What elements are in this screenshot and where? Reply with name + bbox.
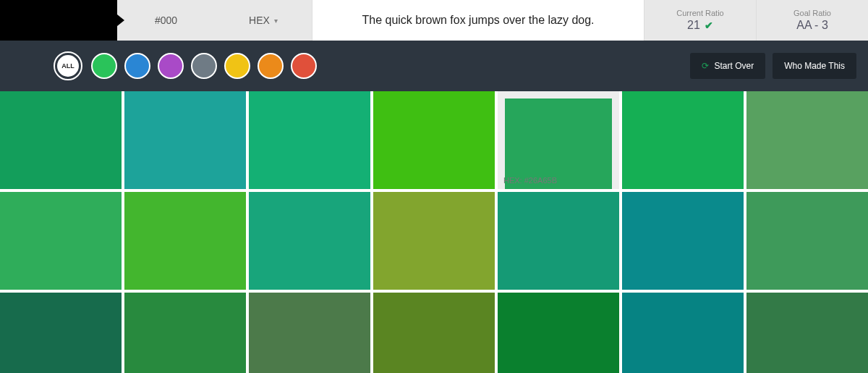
goal-ratio-panel[interactable]: Goal Ratio AA - 3 — [756, 0, 868, 41]
format-select[interactable]: HEX ▾ — [215, 0, 312, 41]
color-swatch[interactable] — [0, 293, 122, 373]
color-swatch[interactable] — [498, 192, 619, 290]
color-swatch[interactable] — [0, 91, 122, 189]
hex-value: #000 — [155, 14, 177, 26]
filter-dot-5[interactable] — [258, 53, 284, 79]
who-made-label: Who Made This — [784, 61, 845, 71]
color-swatch[interactable] — [0, 192, 122, 290]
color-swatch[interactable] — [498, 293, 619, 373]
color-swatch[interactable] — [124, 192, 246, 290]
filter-bar: ALL ⟳ Start Over Who Made This — [0, 41, 868, 91]
filter-dot-3[interactable] — [191, 53, 217, 79]
color-swatch[interactable] — [124, 91, 246, 189]
goal-ratio-label: Goal Ratio — [793, 9, 831, 17]
color-preview-swatch[interactable] — [0, 0, 117, 41]
color-swatch[interactable] — [249, 91, 370, 189]
format-label: HEX — [249, 14, 270, 26]
color-swatch[interactable] — [249, 192, 370, 290]
color-swatch[interactable] — [746, 293, 868, 373]
filter-dot-0[interactable] — [91, 53, 117, 79]
filter-dot-6[interactable] — [291, 53, 317, 79]
top-toolbar: #000 HEX ▾ The quick brown fox jumps ove… — [0, 0, 868, 41]
filter-dot-1[interactable] — [124, 53, 150, 79]
filter-all-button[interactable]: ALL — [55, 53, 81, 79]
color-swatch[interactable] — [746, 91, 868, 189]
color-swatch[interactable] — [249, 293, 370, 373]
check-icon: ✔ — [705, 20, 713, 31]
sample-text: The quick brown fox jumps over the lazy … — [362, 14, 594, 27]
swatch-hex-label: HEX: #26A65B — [503, 176, 557, 185]
goal-ratio-value: AA - 3 — [796, 19, 828, 32]
hex-input[interactable]: #000 — [117, 0, 215, 41]
start-over-label: Start Over — [715, 61, 754, 71]
filter-all-label: ALL — [61, 62, 75, 70]
start-over-button[interactable]: ⟳ Start Over — [690, 53, 766, 79]
color-swatch[interactable]: HEX: #26A65B — [498, 91, 619, 189]
color-grid: HEX: #26A65B — [0, 91, 868, 373]
refresh-icon: ⟳ — [702, 61, 709, 71]
color-swatch[interactable] — [373, 192, 495, 290]
current-ratio-panel: Current Ratio 21 ✔ — [644, 0, 756, 41]
filter-dot-2[interactable] — [158, 53, 184, 79]
who-made-this-button[interactable]: Who Made This — [773, 53, 856, 79]
color-swatch[interactable] — [622, 293, 744, 373]
sample-text-input[interactable]: The quick brown fox jumps over the lazy … — [312, 0, 644, 41]
current-ratio-label: Current Ratio — [676, 9, 723, 17]
color-swatch[interactable] — [373, 91, 495, 189]
color-swatch[interactable] — [373, 293, 495, 373]
color-swatch[interactable] — [622, 91, 744, 189]
color-swatch[interactable] — [622, 192, 744, 290]
color-swatch[interactable] — [124, 293, 246, 373]
color-swatch[interactable] — [746, 192, 868, 290]
chevron-down-icon: ▾ — [274, 17, 278, 25]
current-ratio-value: 21 — [687, 19, 700, 32]
filter-dot-4[interactable] — [224, 53, 250, 79]
filter-dots — [91, 53, 317, 79]
